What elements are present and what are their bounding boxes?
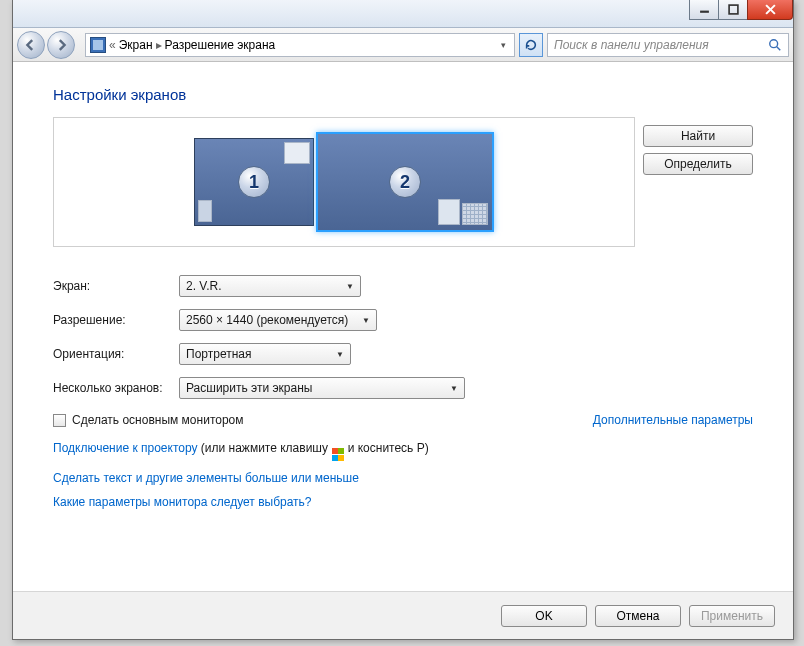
- breadcrumb-dropdown[interactable]: ▾: [497, 40, 510, 50]
- monitor-preview[interactable]: 1 2: [53, 117, 635, 247]
- chevron-down-icon: ▼: [336, 350, 344, 359]
- breadcrumb-item[interactable]: Разрешение экрана: [165, 38, 276, 52]
- monitor-2-selected[interactable]: 2: [316, 132, 494, 232]
- chevron-down-icon: ▼: [362, 316, 370, 325]
- projector-hint-b: и коснитесь P): [344, 441, 428, 455]
- windows-logo-icon: [331, 448, 344, 461]
- display-label: Экран:: [53, 279, 179, 293]
- maximize-button[interactable]: [718, 0, 748, 20]
- select-value: Портретная: [186, 347, 251, 361]
- identify-button[interactable]: Определить: [643, 153, 753, 175]
- svg-point-4: [770, 39, 778, 47]
- svg-line-5: [777, 46, 781, 50]
- multiple-displays-label: Несколько экранов:: [53, 381, 179, 395]
- chevron-down-icon: ▼: [450, 384, 458, 393]
- monitor-number: 1: [238, 166, 270, 198]
- which-settings-link[interactable]: Какие параметры монитора следует выбрать…: [53, 495, 312, 509]
- make-main-monitor-checkbox[interactable]: [53, 414, 66, 427]
- multiple-displays-select[interactable]: Расширить эти экраны ▼: [179, 377, 465, 399]
- chevron-down-icon: ▼: [346, 282, 354, 291]
- breadcrumb[interactable]: « Экран ▸ Разрешение экрана ▾: [85, 33, 515, 57]
- search-icon: [768, 38, 782, 52]
- detect-button[interactable]: Найти: [643, 125, 753, 147]
- dialog-footer: OK Отмена Применить: [13, 591, 793, 639]
- ok-button[interactable]: OK: [501, 605, 587, 627]
- projector-hint-a: (или нажмите клавишу: [198, 441, 332, 455]
- content-area: Настройки экранов 1 2 Найти Определить: [13, 62, 793, 531]
- connect-projector-link[interactable]: Подключение к проектору: [53, 441, 198, 455]
- titlebar: [13, 0, 793, 28]
- window-thumb-icon: [284, 142, 310, 164]
- monitor-number: 2: [389, 166, 421, 198]
- refresh-button[interactable]: [519, 33, 543, 57]
- nav-bar: « Экран ▸ Разрешение экрана ▾ Поиск в па…: [13, 28, 793, 62]
- select-value: Расширить эти экраны: [186, 381, 312, 395]
- nav-forward-button[interactable]: [47, 31, 75, 59]
- display-select[interactable]: 2. V.R. ▼: [179, 275, 361, 297]
- search-placeholder: Поиск в панели управления: [554, 38, 709, 52]
- select-value: 2. V.R.: [186, 279, 222, 293]
- orientation-select[interactable]: Портретная ▼: [179, 343, 351, 365]
- display-icon: [90, 37, 106, 53]
- cancel-button[interactable]: Отмена: [595, 605, 681, 627]
- minimize-button[interactable]: [689, 0, 719, 20]
- search-input[interactable]: Поиск в панели управления: [547, 33, 789, 57]
- chevron-right-icon: ▸: [156, 38, 162, 52]
- breadcrumb-item[interactable]: Экран: [119, 38, 153, 52]
- orientation-label: Ориентация:: [53, 347, 179, 361]
- window-thumb-icon: [438, 199, 460, 225]
- advanced-settings-link[interactable]: Дополнительные параметры: [593, 413, 753, 427]
- chevron-left-icon: «: [109, 38, 116, 52]
- resolution-select[interactable]: 2560 × 1440 (рекомендуется) ▼: [179, 309, 377, 331]
- close-button[interactable]: [747, 0, 793, 20]
- resolution-label: Разрешение:: [53, 313, 179, 327]
- monitor-1[interactable]: 1: [194, 138, 314, 226]
- page-title: Настройки экранов: [53, 86, 753, 103]
- make-main-monitor-label: Сделать основным монитором: [72, 413, 244, 427]
- keyboard-thumb-icon: [462, 203, 488, 225]
- text-size-link[interactable]: Сделать текст и другие элементы больше и…: [53, 471, 359, 485]
- apply-button[interactable]: Применить: [689, 605, 775, 627]
- select-value: 2560 × 1440 (рекомендуется): [186, 313, 348, 327]
- control-panel-window: « Экран ▸ Разрешение экрана ▾ Поиск в па…: [12, 0, 794, 640]
- svg-rect-1: [729, 5, 738, 14]
- window-thumb-icon: [198, 200, 212, 222]
- nav-back-button[interactable]: [17, 31, 45, 59]
